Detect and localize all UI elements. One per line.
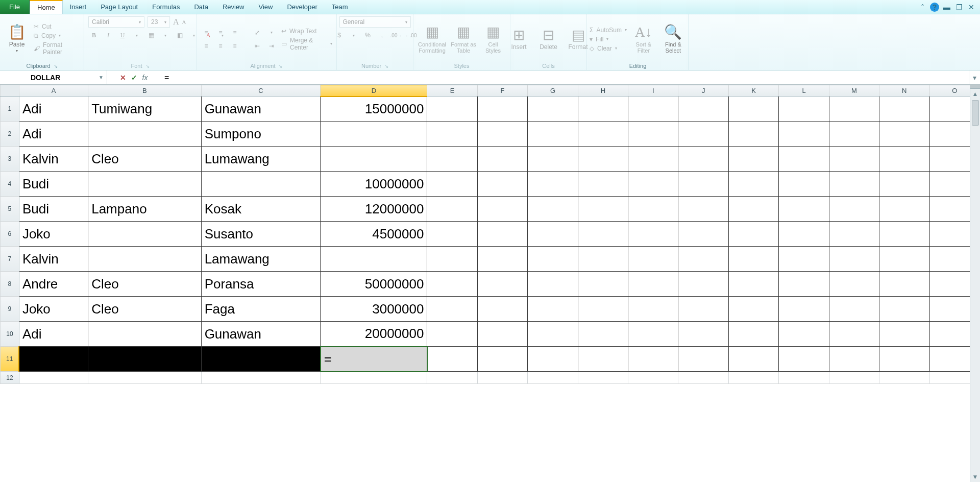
format-painter-button[interactable]: 🖌Format Painter <box>34 41 80 56</box>
cell-C1[interactable]: Gunawan <box>201 97 321 122</box>
scroll-down-icon[interactable]: ▼ <box>970 472 980 482</box>
sort-filter-button[interactable]: A↓Sort & Filter <box>631 25 656 54</box>
cell-L11[interactable] <box>779 347 829 372</box>
row-header-11[interactable]: 11 <box>1 347 19 372</box>
column-header-F[interactable]: F <box>477 85 527 97</box>
cell-K5[interactable] <box>728 197 778 222</box>
cell-E8[interactable] <box>427 272 477 297</box>
insert-cells-button[interactable]: ⊞Insert <box>506 28 532 51</box>
increase-indent-icon[interactable]: ⇥ <box>266 40 277 52</box>
column-header-C[interactable]: C <box>201 85 321 97</box>
cell-D7[interactable] <box>321 247 427 272</box>
cell-B2[interactable] <box>88 122 201 147</box>
cell-E1[interactable] <box>427 97 477 122</box>
cell-K7[interactable] <box>728 247 778 272</box>
cell-K10[interactable] <box>728 322 778 347</box>
ribbon-minimize-icon[interactable]: ˄ <box>918 3 927 12</box>
cancel-formula-icon[interactable]: ✕ <box>120 74 126 82</box>
row-header-5[interactable]: 5 <box>1 197 19 222</box>
cell-A6[interactable]: Joko <box>19 222 88 247</box>
cell-E9[interactable] <box>427 297 477 322</box>
cell-B6[interactable] <box>88 222 201 247</box>
cell-A7[interactable]: Kalvin <box>19 247 88 272</box>
cell-H7[interactable] <box>578 247 628 272</box>
cell-C3[interactable]: Lumawang <box>201 147 321 172</box>
cell-D8[interactable]: 50000000 <box>321 272 427 297</box>
cell-C6[interactable]: Susanto <box>201 222 321 247</box>
cell-E5[interactable] <box>427 197 477 222</box>
copy-button[interactable]: ⧉Copy▾ <box>34 32 80 39</box>
cell-N1[interactable] <box>879 97 929 122</box>
cell-N5[interactable] <box>879 197 929 222</box>
underline-button[interactable]: U <box>117 30 128 41</box>
cell-C7[interactable]: Lamawang <box>201 247 321 272</box>
cell-J2[interactable] <box>678 122 728 147</box>
cell-C10[interactable]: Gunawan <box>201 322 321 347</box>
row-header-8[interactable]: 8 <box>1 272 19 297</box>
autosum-button[interactable]: ΣAutoSum▾ <box>590 27 627 34</box>
cell-I12[interactable] <box>628 372 678 384</box>
cell-D1[interactable]: 15000000 <box>321 97 427 122</box>
font-size-select[interactable]: 23▾ <box>148 16 170 28</box>
fx-icon[interactable]: fx <box>142 74 148 82</box>
percent-icon[interactable]: % <box>362 30 374 41</box>
cell-N8[interactable] <box>879 272 929 297</box>
column-header-H[interactable]: H <box>578 85 628 97</box>
split-handle[interactable] <box>970 85 980 89</box>
cell-J12[interactable] <box>678 372 728 384</box>
cell-B10[interactable] <box>88 322 201 347</box>
currency-icon[interactable]: $ <box>334 30 345 41</box>
tab-developer[interactable]: Developer <box>280 0 324 14</box>
font-dialog-icon[interactable]: ↘ <box>145 63 150 69</box>
cell-M10[interactable] <box>829 322 879 347</box>
cell-J3[interactable] <box>678 147 728 172</box>
column-header-M[interactable]: M <box>829 85 879 97</box>
file-menu[interactable]: File <box>0 0 30 14</box>
conditional-formatting-button[interactable]: ▦Conditional Formatting <box>418 25 447 54</box>
window-close-icon[interactable]: ✕ <box>967 3 976 12</box>
cell-D9[interactable]: 3000000 <box>321 297 427 322</box>
cell-O3[interactable] <box>929 147 970 172</box>
cell-D2[interactable] <box>321 122 427 147</box>
cell-F4[interactable] <box>477 172 527 197</box>
cell-A12[interactable] <box>19 372 88 384</box>
cell-O5[interactable] <box>929 197 970 222</box>
cell-J11[interactable] <box>678 347 728 372</box>
cell-K8[interactable] <box>728 272 778 297</box>
vertical-scrollbar[interactable]: ▲ ▼ <box>970 85 980 482</box>
align-left-icon[interactable]: ≡ <box>201 40 212 52</box>
clear-button[interactable]: ◇Clear▾ <box>590 45 627 52</box>
cell-K12[interactable] <box>728 372 778 384</box>
cell-I10[interactable] <box>628 322 678 347</box>
cell-A9[interactable]: Joko <box>19 297 88 322</box>
cell-F10[interactable] <box>477 322 527 347</box>
cell-O6[interactable] <box>929 222 970 247</box>
cell-F2[interactable] <box>477 122 527 147</box>
cell-G2[interactable] <box>528 122 578 147</box>
cell-M6[interactable] <box>829 222 879 247</box>
tab-page-layout[interactable]: Page Layout <box>93 0 145 14</box>
cell-G6[interactable] <box>528 222 578 247</box>
decrease-indent-icon[interactable]: ⇤ <box>252 40 263 52</box>
cell-I1[interactable] <box>628 97 678 122</box>
delete-cells-button[interactable]: ⊟Delete <box>536 28 561 51</box>
cell-L2[interactable] <box>779 122 829 147</box>
cell-I4[interactable] <box>628 172 678 197</box>
cell-A2[interactable]: Adi <box>19 122 88 147</box>
column-header-D[interactable]: D <box>321 85 427 97</box>
cell-C4[interactable] <box>201 172 321 197</box>
cell-styles-button[interactable]: ▦Cell Styles <box>480 25 506 54</box>
cell-H9[interactable] <box>578 297 628 322</box>
formula-input[interactable]: = <box>160 70 969 84</box>
font-name-select[interactable]: Calibri▾ <box>88 16 144 28</box>
fill-color-button[interactable]: ◧ <box>174 30 185 41</box>
fill-button[interactable]: ▾Fill▾ <box>590 36 627 43</box>
cell-B7[interactable] <box>88 247 201 272</box>
select-all-corner[interactable] <box>1 85 19 97</box>
cell-E6[interactable] <box>427 222 477 247</box>
tab-insert[interactable]: Insert <box>63 0 94 14</box>
column-header-I[interactable]: I <box>628 85 678 97</box>
cell-D10[interactable]: 20000000 <box>321 322 427 347</box>
cell-G4[interactable] <box>528 172 578 197</box>
column-header-J[interactable]: J <box>678 85 728 97</box>
